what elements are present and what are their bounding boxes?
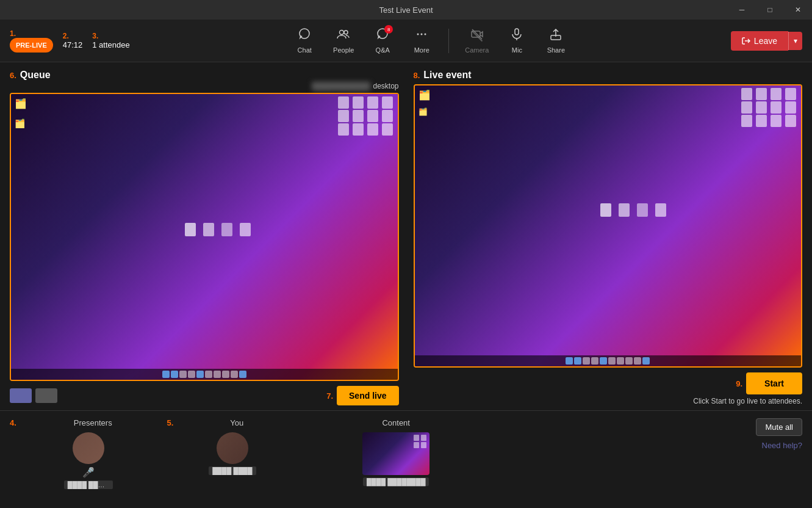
chat-label: Chat: [298, 46, 312, 54]
tb2: [171, 371, 178, 378]
tb1: [162, 371, 170, 378]
people-button[interactable]: People: [326, 24, 361, 57]
ldi9: [741, 115, 752, 127]
content-thumbnail: [362, 432, 429, 475]
tb5: [196, 371, 204, 378]
mi3: [221, 223, 232, 236]
ldi5: [741, 101, 752, 114]
presenter-blurred-name: ████ ██████: [312, 82, 370, 90]
send-live-area: 7. Send live: [326, 386, 398, 405]
mic-icon: [510, 27, 523, 44]
step1-num: 1.: [10, 29, 53, 38]
leave-dropdown-button[interactable]: ▾: [788, 32, 802, 50]
svg-point-4: [417, 34, 419, 35]
preview-area: 6. Queue ████ ██████ desktop 🗂️ 🗂️: [0, 62, 812, 410]
mi1: [185, 223, 196, 236]
start-button[interactable]: Start: [746, 372, 802, 394]
presenter-cards: 🎤 ████ ██████: [64, 432, 113, 489]
leave-button-group: Leave ▾: [731, 31, 802, 51]
ldi6: [756, 101, 767, 114]
lmi4: [655, 203, 666, 217]
more-button[interactable]: More: [404, 24, 439, 57]
svg-rect-9: [515, 29, 519, 35]
svg-point-6: [425, 34, 426, 35]
ltb5: [600, 357, 607, 365]
people-label: People: [333, 46, 354, 54]
main-content: 6. Queue ████ ██████ desktop 🗂️ 🗂️: [0, 62, 812, 508]
queue-preview-screen: 🗂️ 🗂️: [10, 93, 399, 381]
cti1: [414, 435, 419, 441]
step2-num: 2.: [63, 32, 83, 40]
you-step-num: 5.: [167, 418, 174, 427]
chat-button[interactable]: Chat: [287, 24, 322, 57]
ltb4: [591, 357, 598, 365]
cti3: [414, 442, 419, 448]
toolbar: 1. PRE-LIVE 2. 47:12 3. 1 attendee Chat …: [0, 20, 812, 62]
tb9: [231, 371, 238, 378]
content-col: Content ████ ████████: [298, 416, 494, 486]
qa-button[interactable]: 8 Q&A: [365, 24, 400, 57]
di6: [353, 110, 364, 122]
mi4: [240, 223, 251, 236]
ltb1: [566, 357, 573, 365]
tb8: [222, 371, 229, 378]
queue-taskbar: [11, 369, 398, 380]
live-desktop-icons: [741, 88, 799, 127]
minimize-button[interactable]: ─: [728, 0, 756, 20]
lmi1: [600, 203, 611, 217]
ldi4: [785, 88, 796, 100]
layout-btn-1[interactable]: [10, 388, 32, 403]
ldi11: [771, 115, 781, 127]
qa-badge: 8: [384, 25, 393, 34]
camera-label: Camera: [465, 46, 489, 54]
lmi3: [637, 203, 648, 217]
ldi1: [741, 88, 752, 100]
attendee-step: 3. 1 attendee: [92, 32, 129, 49]
ldi8: [785, 101, 796, 114]
window-controls: ─ □ ✕: [728, 0, 812, 20]
camera-button[interactable]: Camera: [459, 24, 495, 57]
close-button[interactable]: ✕: [784, 0, 812, 20]
you-label: You: [176, 418, 298, 427]
share-button[interactable]: Share: [539, 24, 573, 57]
bottom-area: 4. Presenters 🎤 ████ ██████ 5. You: [0, 410, 812, 508]
live-event-section: 8. Live event 🗂️ 🗂️: [406, 62, 813, 410]
maximize-button[interactable]: □: [756, 0, 784, 20]
folder-icon-1: 🗂️: [15, 98, 27, 109]
mic-button[interactable]: Mic: [500, 24, 534, 57]
pre-live-badge: PRE-LIVE: [10, 38, 53, 53]
di5: [338, 110, 349, 122]
share-icon: [549, 27, 562, 44]
cti4: [421, 442, 426, 448]
content-thumb-icons: [414, 435, 427, 448]
layout-buttons: [10, 388, 57, 403]
presenters-col: 4. Presenters 🎤 ████ ██████: [10, 416, 167, 489]
toolbar-divider: [448, 29, 449, 53]
lmi2: [619, 203, 630, 217]
desktop-icons-right: [338, 96, 395, 136]
content-name: ████ ████████: [363, 477, 429, 486]
live-preview-screen: 🗂️ 🗂️: [414, 84, 803, 368]
need-help-link[interactable]: Need help?: [762, 441, 803, 450]
qa-label: Q&A: [376, 46, 390, 54]
leave-button[interactable]: Leave: [731, 31, 788, 51]
you-card: ████ ████: [209, 432, 256, 475]
ltb8: [625, 357, 633, 365]
svg-point-2: [344, 31, 348, 34]
mute-all-button[interactable]: Mute all: [756, 418, 802, 436]
layout-btn-2[interactable]: [35, 388, 57, 403]
more-icon: [415, 27, 428, 44]
presenter-avatar-img-1: [73, 432, 104, 464]
people-icon: [337, 27, 350, 44]
queue-title: Queue: [20, 70, 51, 81]
di12: [382, 123, 393, 136]
send-live-button[interactable]: Send live: [337, 386, 398, 405]
start-area: 9. Start: [736, 372, 802, 394]
desktop-name-row: ████ ██████ desktop: [10, 82, 399, 90]
live-taskbar: [415, 355, 802, 366]
di11: [367, 123, 378, 136]
di8: [382, 110, 393, 122]
live-folder-icon-1: 🗂️: [419, 89, 431, 101]
cti2: [421, 435, 426, 441]
toolbar-center: Chat People 8 Q&A More: [130, 24, 731, 57]
